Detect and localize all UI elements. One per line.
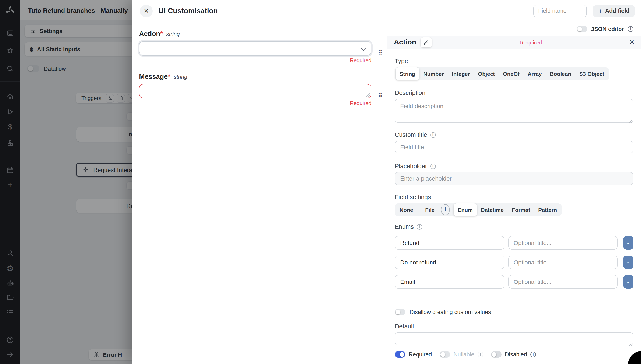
disabled-toggle[interactable] — [491, 351, 501, 358]
add-field-button[interactable]: + Add field — [593, 5, 635, 17]
required-toggle-label: Required — [409, 351, 432, 358]
setting-option-pattern[interactable]: Pattern — [534, 204, 561, 215]
enum-value-input[interactable] — [395, 275, 504, 288]
required-badge: Required — [432, 39, 629, 46]
enum-title-input[interactable] — [508, 236, 618, 250]
type-option-boolean[interactable]: Boolean — [546, 68, 575, 79]
enum-value-input[interactable] — [395, 236, 504, 250]
required-error-text: Required — [139, 58, 371, 64]
required-toggle[interactable] — [395, 351, 405, 358]
type-option-string[interactable]: String — [396, 68, 419, 80]
setting-option-file[interactable]: File — [417, 204, 454, 215]
action-select[interactable] — [139, 41, 371, 56]
json-editor-toggle[interactable] — [576, 26, 587, 32]
app-root: $ + ⚙ Tuto Refund branches - Manually Se… — [0, 0, 641, 364]
enum-title-input[interactable] — [508, 256, 618, 269]
modal-backdrop[interactable] — [0, 0, 132, 364]
resize-handle[interactable] — [366, 93, 370, 96]
json-editor-row: JSON editor — [387, 22, 641, 36]
default-label: Default — [395, 323, 633, 330]
info-icon — [417, 224, 422, 230]
custom-title-input[interactable] — [395, 141, 633, 154]
drag-handle-icon[interactable] — [378, 50, 382, 56]
disallow-custom-values-label: Disallow creating custom values — [409, 309, 491, 315]
setting-option-format[interactable]: Format — [508, 204, 534, 215]
preview-field-type: string — [174, 74, 187, 80]
drag-handle-icon[interactable] — [378, 92, 382, 99]
close-editor-icon[interactable]: × — [629, 38, 634, 47]
enum-value-input[interactable] — [395, 256, 504, 269]
remove-enum-button[interactable] — [623, 256, 633, 269]
info-icon — [530, 352, 536, 357]
setting-option-datetime[interactable]: Datetime — [477, 204, 508, 215]
field-editor-header: Action Required × — [387, 36, 641, 49]
json-editor-label: JSON editor — [591, 26, 624, 32]
field-editor-title: Action — [394, 38, 416, 46]
placeholder-textarea[interactable] — [395, 172, 633, 185]
required-asterisk: * — [168, 73, 170, 80]
rename-field-button[interactable] — [421, 37, 432, 48]
default-textarea[interactable] — [395, 332, 633, 345]
type-option-number[interactable]: Number — [419, 68, 448, 79]
placeholder-label: Placeholder — [395, 163, 633, 170]
type-option-oneof[interactable]: OneOf — [499, 68, 523, 79]
modal-header: × UI Customisation + Add field — [132, 0, 641, 22]
field-editor-panel: JSON editor Action Required × Type Strin… — [387, 22, 641, 364]
enum-row — [395, 236, 633, 250]
nullable-toggle[interactable] — [440, 351, 450, 358]
info-icon — [430, 163, 436, 169]
field-settings-label: Field settings — [395, 194, 633, 200]
remove-enum-button[interactable] — [623, 275, 633, 288]
remove-enum-button[interactable] — [623, 236, 633, 250]
required-asterisk: * — [160, 30, 163, 37]
modal-title: UI Customisation — [159, 6, 218, 15]
preview-field-label: Action* — [139, 30, 163, 38]
plus-icon: + — [598, 7, 602, 14]
info-icon — [628, 26, 633, 32]
custom-title-label: Custom title — [395, 131, 633, 138]
chevron-down-icon — [361, 46, 366, 51]
field-name-input[interactable] — [533, 4, 587, 17]
description-label: Description — [395, 90, 633, 96]
enum-row — [395, 275, 633, 288]
nullable-toggle-label: Nullable — [454, 351, 474, 358]
add-field-label: Add field — [605, 8, 630, 14]
close-icon[interactable]: × — [140, 4, 153, 17]
required-error-text: Required — [139, 100, 371, 106]
form-preview-column: Action* string Required Message* string — [132, 22, 387, 364]
message-textarea[interactable] — [139, 84, 371, 98]
enum-row — [395, 256, 633, 269]
type-option-s3object[interactable]: S3 Object — [575, 68, 608, 79]
info-icon — [478, 352, 483, 357]
type-option-integer[interactable]: Integer — [448, 68, 474, 79]
ui-customisation-modal: × UI Customisation + Add field Action* s… — [132, 0, 641, 364]
field-settings-segmented-control: None File Enum Datetime Format Pattern — [395, 204, 562, 216]
type-option-object[interactable]: Object — [474, 68, 499, 79]
enum-title-input[interactable] — [508, 275, 618, 288]
add-enum-button[interactable] — [395, 294, 404, 303]
info-icon — [430, 132, 436, 138]
type-label: Type — [395, 58, 633, 64]
setting-option-enum[interactable]: Enum — [454, 204, 477, 216]
disallow-custom-values-toggle[interactable] — [395, 309, 405, 315]
info-icon — [441, 204, 450, 215]
disabled-toggle-label: Disabled — [505, 351, 527, 358]
preview-field-label: Message* — [139, 73, 170, 80]
setting-option-none[interactable]: None — [396, 204, 417, 215]
type-option-array[interactable]: Array — [523, 68, 546, 79]
preview-field-type: string — [166, 31, 180, 37]
type-segmented-control: String Number Integer Object OneOf Array… — [395, 68, 609, 80]
disallow-custom-values-row: Disallow creating custom values — [395, 309, 633, 315]
enums-label: Enums — [395, 223, 633, 230]
flags-row: Required Nullable Disabled — [395, 351, 633, 358]
description-textarea[interactable] — [395, 99, 633, 123]
